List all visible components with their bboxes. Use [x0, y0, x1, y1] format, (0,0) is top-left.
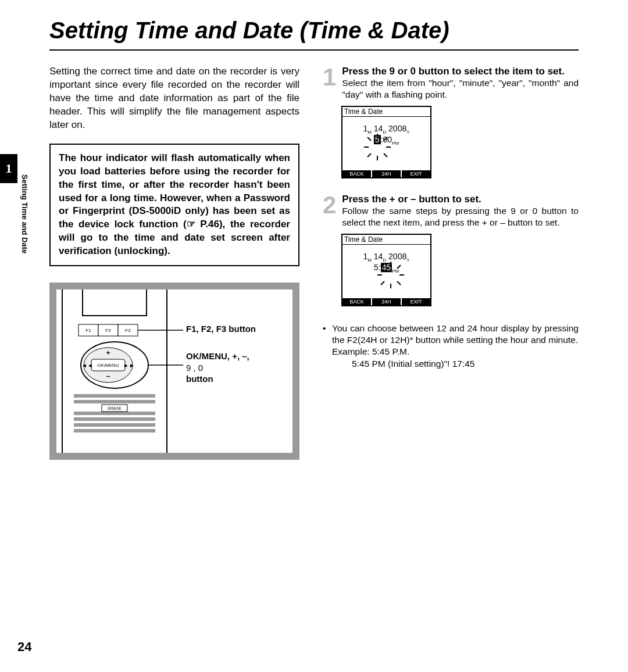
scr2-month: 1 [363, 252, 367, 262]
step-1-number: 1 [323, 65, 336, 100]
f3-label: F3 [125, 328, 131, 333]
page-number: 24 [17, 639, 31, 655]
scr1-min: 00 [383, 135, 392, 144]
erase-label: ERASE [108, 406, 122, 410]
scr2-min-highlight: 45 [381, 263, 392, 272]
callout-ok-line1: OK/MENU, +, –, [186, 351, 249, 361]
svg-rect-1 [83, 289, 147, 316]
svg-rect-13 [74, 400, 155, 403]
scr1-year: 2008 [388, 124, 406, 134]
scr2-year: 2008 [388, 252, 406, 262]
side-section-label: Setting Time and Date [20, 174, 29, 253]
scr2-day: 14 [374, 252, 383, 262]
svg-rect-17 [74, 429, 155, 432]
note-text: You can choose between 12 and 24 hour di… [332, 323, 579, 345]
callout-okmenu: OK/MENU, +, –, 9 , 0 button [186, 351, 249, 385]
bullet-icon: • [323, 323, 327, 358]
format-note: • You can choose between 12 and 24 hour … [323, 323, 579, 358]
svg-line-26 [384, 153, 387, 157]
scr1-softkeys: BACK 24H EXIT [342, 170, 430, 177]
step-2-body: Follow the same steps by pressing the 9 … [342, 205, 579, 228]
svg-line-28 [367, 153, 371, 157]
step-2: 2 Press the + or – button to set. Follow… [323, 193, 579, 228]
scr1-day: 14 [374, 124, 383, 134]
softkey-24h: 24H [372, 170, 402, 177]
chapter-tab: 1 [0, 154, 17, 183]
svg-rect-12 [74, 394, 155, 398]
softkey-exit: EXIT [402, 170, 430, 177]
step-2-head: Press the + or – button to set. [342, 193, 579, 205]
note-example-label: Example: 5:45 P.M. [332, 346, 409, 356]
softkey-back: BACK [342, 298, 372, 305]
step-2-screen: Time & Date 1M 14D 2008Y 5:45PM [341, 234, 431, 306]
softkey-exit: EXIT [402, 298, 430, 305]
callout-ok-line2: 9 , 0 [186, 363, 203, 373]
step-1-screen: Time & Date 1M 14D 2008Y 5:00PM [341, 106, 431, 178]
step-2-number: 2 [323, 193, 336, 228]
note-example-line: 5:45 PM (Initial setting)"! 17:45 [352, 358, 579, 370]
softkey-24h: 24H [372, 298, 402, 305]
title-rule [49, 49, 579, 51]
callout-f-buttons: F1, F2, F3 button [186, 323, 256, 335]
callout-ok-line3: button [186, 374, 213, 384]
boxed-note: The hour indicator will flash automatica… [49, 144, 299, 267]
f1-label: F1 [85, 328, 91, 333]
scr2-softkeys: BACK 24H EXIT [342, 298, 430, 305]
screen-1-title: Time & Date [342, 107, 430, 117]
page-title: Setting Time and Date (Time & Date) [49, 17, 579, 44]
svg-rect-14 [74, 412, 155, 415]
svg-text:–: – [106, 372, 110, 380]
step-1: 1 Press the 9 or 0 button to select the … [323, 65, 579, 100]
step-1-head: Press the 9 or 0 button to select the it… [342, 65, 579, 77]
screen-2-title: Time & Date [342, 235, 430, 245]
f2-label: F2 [105, 328, 111, 333]
scr1-month: 1 [363, 124, 367, 134]
svg-line-34 [397, 281, 401, 285]
scr1-hour-highlight: 5 [374, 135, 381, 144]
device-diagram: F1 F2 F3 OK/MENU + – ◄◄ ►► [49, 283, 299, 460]
svg-text:►►: ►► [123, 362, 135, 369]
ok-menu-label: OK/MENU [97, 363, 119, 368]
right-column: 1 Press the 9 or 0 button to select the … [323, 65, 579, 460]
device-diagram-svg: F1 F2 F3 OK/MENU + – ◄◄ ►► [56, 289, 292, 453]
svg-rect-15 [74, 417, 155, 421]
svg-text:+: + [106, 349, 110, 357]
svg-line-36 [381, 281, 384, 285]
intro-paragraph: Setting the correct time and date on the… [49, 65, 299, 132]
svg-rect-16 [74, 423, 155, 427]
softkey-back: BACK [342, 170, 372, 177]
svg-text:◄◄: ◄◄ [81, 362, 93, 369]
left-column: Setting the correct time and date on the… [49, 65, 299, 460]
step-1-body: Select the item from "hour", "minute", "… [342, 77, 579, 100]
